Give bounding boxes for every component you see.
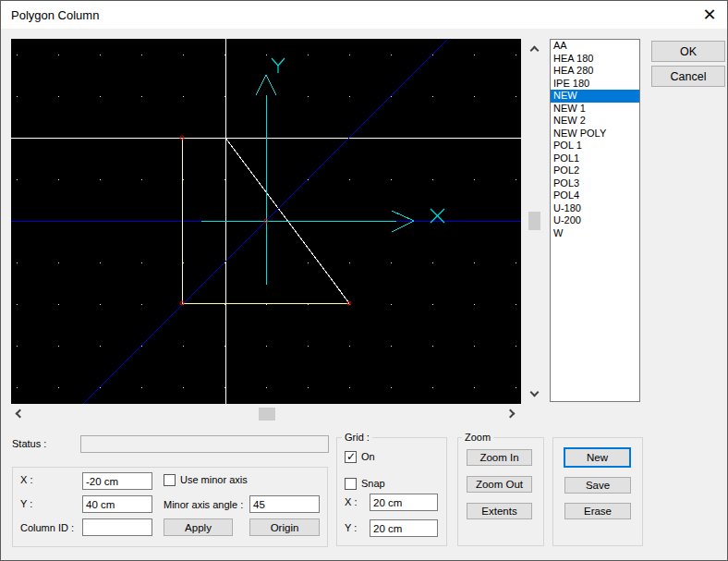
- apply-button[interactable]: Apply: [164, 518, 233, 536]
- y-label: Y :: [20, 498, 32, 509]
- grid-y-input[interactable]: 20 cm: [370, 519, 438, 537]
- list-item[interactable]: AA: [551, 40, 639, 53]
- polygon-column-dialog: { "window": { "title": "Polygon Column",…: [0, 0, 728, 561]
- canvas-drawing: [11, 39, 521, 404]
- status-field: [80, 435, 329, 453]
- new-button[interactable]: New: [564, 447, 631, 468]
- list-item[interactable]: POL4: [551, 189, 639, 202]
- grid-x-input[interactable]: 20 cm: [370, 494, 438, 511]
- horizontal-scroll-thumb[interactable]: [259, 408, 275, 421]
- use-minor-axis-label: Use minor axis: [180, 474, 248, 485]
- vertical-scrollbar[interactable]: [526, 39, 543, 404]
- list-item[interactable]: HEA 180: [551, 53, 639, 66]
- window-title: Polygon Column: [11, 8, 99, 22]
- grid-group-label: Grid :: [342, 432, 372, 443]
- zoom-group-label: Zoom: [462, 432, 493, 443]
- erase-button[interactable]: Erase: [564, 503, 631, 519]
- grid-x-label: X :: [345, 496, 357, 507]
- vertical-scroll-thumb[interactable]: [528, 212, 540, 230]
- list-item[interactable]: POL3: [551, 177, 639, 190]
- status-label: Status :: [12, 438, 46, 449]
- zoom-out-button[interactable]: Zoom Out: [467, 476, 532, 493]
- axis-label-Y: [272, 58, 285, 73]
- extents-button[interactable]: Extents: [467, 503, 532, 519]
- scroll-left-icon[interactable]: [16, 409, 25, 419]
- list-item[interactable]: IPE 180: [551, 78, 639, 91]
- grid-snap-checkbox[interactable]: ✓: [345, 478, 357, 490]
- save-button[interactable]: Save: [564, 477, 631, 494]
- scroll-up-icon[interactable]: [530, 46, 540, 55]
- list-item[interactable]: NEW 2: [551, 115, 639, 128]
- minor-axis-angle-input[interactable]: 45: [249, 495, 320, 513]
- grid-y-label: Y :: [345, 522, 357, 533]
- list-item[interactable]: NEW POLY: [551, 128, 639, 140]
- list-item[interactable]: POL2: [551, 165, 639, 177]
- grid-on-label: On: [361, 451, 375, 462]
- list-item[interactable]: U-180: [551, 202, 639, 215]
- use-minor-axis-checkbox[interactable]: ✓: [164, 474, 176, 486]
- column-id-label: Column ID :: [20, 522, 74, 533]
- scroll-down-icon[interactable]: [530, 388, 540, 397]
- list-item[interactable]: NEW 1: [551, 103, 639, 116]
- cancel-button[interactable]: Cancel: [651, 66, 725, 87]
- list-item[interactable]: POL1: [551, 152, 639, 165]
- ok-button[interactable]: OK: [651, 41, 725, 62]
- minor-axis-angle-label: Minor axis angle :: [164, 499, 243, 510]
- list-item[interactable]: W: [551, 227, 639, 240]
- grid-on-checkbox[interactable]: ✓: [345, 451, 357, 463]
- list-item[interactable]: POL 1: [551, 140, 639, 152]
- x-label: X :: [20, 474, 32, 485]
- list-item[interactable]: NEW: [551, 90, 639, 103]
- section-list[interactable]: AAHEA 180HEA 280IPE 180NEWNEW 1NEW 2NEW …: [550, 39, 640, 402]
- x-input[interactable]: -20 cm: [82, 472, 152, 490]
- scroll-right-icon[interactable]: [506, 409, 516, 419]
- grid-snap-label: Snap: [361, 478, 385, 489]
- list-item[interactable]: U-200: [551, 214, 639, 227]
- list-item[interactable]: HEA 280: [551, 65, 639, 78]
- zoom-in-button[interactable]: Zoom In: [467, 449, 532, 466]
- drawing-canvas[interactable]: [11, 39, 521, 404]
- y-input[interactable]: 40 cm: [82, 495, 152, 513]
- title-bar: Polygon Column ✕: [1, 1, 727, 29]
- close-icon[interactable]: ✕: [698, 5, 721, 25]
- column-id-input[interactable]: [82, 518, 152, 536]
- origin-button[interactable]: Origin: [249, 518, 320, 536]
- horizontal-scrollbar[interactable]: [8, 406, 522, 422]
